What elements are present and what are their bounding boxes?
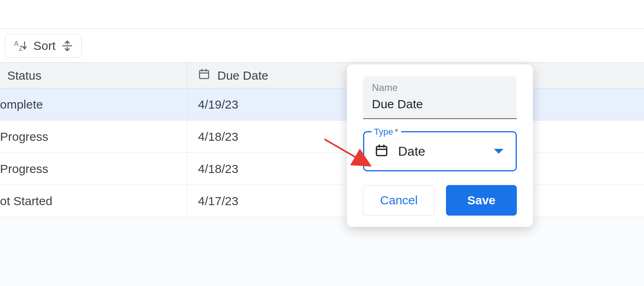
column-header-status-label: Status [7,69,41,82]
name-field[interactable]: Name [363,76,517,119]
cell-status[interactable]: omplete [0,88,188,120]
table-row[interactable]: Progress 4/18/23 [0,121,644,153]
save-button[interactable]: Save [446,185,517,216]
cell-status[interactable]: ot Started [0,185,188,217]
row-height-icon [62,40,72,51]
type-value: Date [398,144,425,159]
sort-az-icon: A Z [14,40,27,51]
svg-text:Z: Z [19,45,23,51]
type-field-label: Type* [372,127,401,137]
name-input[interactable] [372,97,508,111]
table-row[interactable]: Progress 4/18/23 [0,153,644,185]
top-spacer [0,0,644,29]
column-header-status[interactable]: Status [0,63,188,88]
calendar-icon [375,144,388,159]
cancel-button[interactable]: Cancel [363,185,435,216]
calendar-icon [198,68,210,83]
type-dropdown[interactable]: Type* Date [363,131,517,171]
name-field-label: Name [372,82,508,93]
sort-button[interactable]: A Z Sort [5,34,82,58]
sort-button-label: Sort [33,39,56,53]
table-row[interactable]: ot Started 4/17/23 [0,185,644,217]
dropdown-caret-icon [494,149,504,154]
grid-body: omplete 4/19/23 Progress 4/18/23 Progres… [0,88,644,217]
toolbar: A Z Sort [0,29,644,63]
column-edit-popover: Name Type* Date Cancel Save [347,64,533,227]
cell-status[interactable]: Progress [0,153,188,185]
svg-rect-7 [376,146,387,156]
table-row[interactable]: omplete 4/19/23 [0,88,644,121]
grid-header-row: Status Due Date [0,63,644,88]
svg-rect-3 [200,70,209,78]
column-header-due-date-label: Due Date [217,69,268,82]
cell-status[interactable]: Progress [0,121,188,152]
svg-text:A: A [14,40,19,47]
